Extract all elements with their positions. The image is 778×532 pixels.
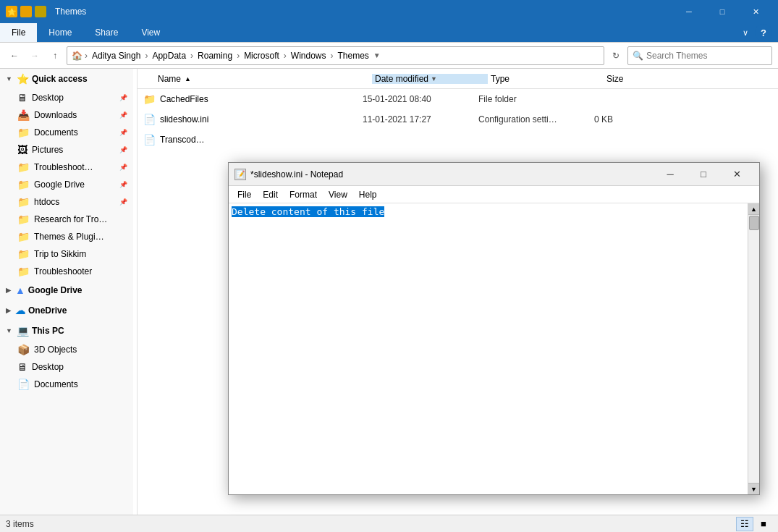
sidebar-item-troubleshoot[interactable]: 📁 Troubleshoot… 📌	[0, 159, 133, 176]
3dobjects-icon: 📦	[17, 344, 30, 355]
path-dropdown-icon[interactable]: ▼	[373, 51, 381, 59]
documents-icon: 📁	[17, 127, 30, 138]
pin-icon	[35, 6, 46, 17]
col-name-sort-icon: ▲	[185, 75, 191, 83]
notepad-menu-file[interactable]: File	[232, 188, 257, 201]
pin-icon-4: 📌	[119, 164, 127, 171]
col-header-name[interactable]: Name ▲	[155, 74, 372, 84]
path-roaming[interactable]: Roaming	[195, 50, 234, 62]
chevron-down-icon: ∨	[743, 28, 748, 38]
onedrive-header[interactable]: ▶ ☁ OneDrive	[0, 300, 133, 321]
path-sep-5: ›	[331, 51, 334, 61]
details-view-button[interactable]: ☷	[736, 517, 753, 531]
notepad-close-button[interactable]: ✕	[720, 163, 753, 186]
path-microsoft[interactable]: Microsoft	[242, 50, 282, 62]
notepad-window: 📝 *slideshow.ini - Notepad ─ □ ✕ File Ed…	[228, 162, 760, 495]
forward-button[interactable]: →	[26, 47, 43, 64]
google-drive-label: Google Drive	[28, 285, 83, 295]
large-icons-view-button[interactable]: ■	[755, 517, 772, 531]
notepad-menu-edit[interactable]: Edit	[257, 188, 284, 201]
notepad-scroll-down-button[interactable]: ▼	[748, 483, 760, 494]
quick-access-expand-icon: ▼	[6, 75, 12, 83]
file-row-2[interactable]: 📄 Transcod…	[138, 130, 778, 150]
notepad-scrollbar: ▲ ▼	[748, 203, 759, 494]
file-row-0[interactable]: 📁 CachedFiles 15-01-2021 08:40 File fold…	[138, 89, 778, 109]
sidebar-item-googledrive-pinned[interactable]: 📁 Google Drive 📌	[0, 176, 133, 193]
file-size-1: 0 KB	[594, 114, 667, 124]
search-box[interactable]: 🔍	[627, 46, 772, 65]
google-drive-header[interactable]: ▶ ▲ Google Drive	[0, 280, 133, 300]
col-header-type[interactable]: Type	[488, 74, 604, 84]
google-drive-expand-icon: ▶	[6, 287, 11, 294]
pin-icon-5: 📌	[119, 181, 127, 188]
notepad-restore-button[interactable]: □	[687, 163, 720, 186]
htdocs-label: htdocs	[34, 197, 115, 207]
path-appdata[interactable]: AppData	[150, 50, 188, 62]
sidebar-item-documents[interactable]: 📁 Documents 📌	[0, 124, 133, 141]
3dobjects-label: 3D Objects	[34, 345, 127, 355]
status-bar: 3 items ☷ ■	[0, 515, 778, 532]
sidebar-item-3dobjects[interactable]: 📦 3D Objects	[0, 341, 133, 358]
status-item-count: 3 items	[6, 519, 34, 529]
folder-icon-0: 📁	[143, 93, 156, 105]
notepad-scroll-thumb[interactable]	[749, 216, 759, 230]
troubleshooter-label: Troubleshooter	[34, 266, 127, 276]
notepad-title-bar: 📝 *slideshow.ini - Notepad ─ □ ✕	[229, 163, 759, 186]
sidebar-item-desktop-pc[interactable]: 🖥 Desktop	[0, 358, 133, 376]
file-row-1[interactable]: 📄 slideshow.ini 11-01-2021 17:27 Configu…	[138, 109, 778, 130]
file-date-0: 15-01-2021 08:40	[363, 94, 478, 104]
tab-home[interactable]: Home	[37, 23, 83, 42]
notepad-menu-format[interactable]: Format	[284, 188, 323, 201]
minimize-button[interactable]: ─	[672, 0, 706, 23]
tab-share[interactable]: Share	[83, 23, 130, 42]
this-pc-label: This PC	[32, 326, 64, 336]
path-sep-0: ›	[85, 51, 88, 61]
notepad-scroll-up-button[interactable]: ▲	[748, 203, 760, 215]
close-button[interactable]: ✕	[739, 0, 772, 23]
file-type-1: Configuration setti…	[478, 114, 594, 124]
path-themes[interactable]: Themes	[336, 50, 371, 62]
path-windows[interactable]: Windows	[289, 50, 329, 62]
notepad-menu-view[interactable]: View	[323, 188, 353, 201]
sidebar-item-pictures[interactable]: 🖼 Pictures 📌	[0, 141, 133, 159]
maximize-button[interactable]: □	[706, 0, 739, 23]
title-controls: ─ □ ✕	[672, 0, 772, 23]
tab-file[interactable]: File	[0, 23, 37, 42]
onedrive-section: ▶ ☁ OneDrive	[0, 300, 133, 321]
sidebar-item-downloads[interactable]: 📥 Downloads 📌	[0, 106, 133, 124]
onedrive-expand-icon: ▶	[6, 307, 11, 314]
search-input[interactable]	[646, 51, 767, 61]
sidebar-item-themes-plugins[interactable]: 📁 Themes & Plugi…	[0, 228, 133, 245]
sidebar-item-documents-pc[interactable]: 📄 Documents	[0, 376, 133, 393]
sidebar-item-research[interactable]: 📁 Research for Tro…	[0, 211, 133, 228]
back-button[interactable]: ←	[6, 47, 23, 64]
notepad-menu-help[interactable]: Help	[353, 188, 383, 201]
star-icon: ⭐	[17, 73, 29, 85]
sidebar-item-desktop[interactable]: 🖥 Desktop 📌	[0, 89, 133, 106]
onedrive-icon: ☁	[15, 305, 25, 316]
tab-view[interactable]: View	[130, 23, 172, 42]
notepad-content[interactable]: Delete content of this file	[229, 203, 748, 494]
path-sep-2: ›	[190, 51, 193, 61]
themes-plugins-label: Themes & Plugi…	[34, 232, 127, 242]
help-button[interactable]: ?	[755, 24, 772, 41]
downloads-icon: 📥	[17, 109, 30, 121]
sidebar-item-htdocs[interactable]: 📁 htdocs 📌	[0, 193, 133, 211]
address-path[interactable]: 🏠 › Aditya Singh › AppData › Roaming › M…	[67, 46, 604, 65]
quick-access-header[interactable]: ▼ ⭐ Quick access	[0, 69, 133, 89]
sidebar-scroll: ▼ ⭐ Quick access 🖥 Desktop 📌 📥 Downloads…	[0, 69, 133, 515]
ribbon-chevron-button[interactable]: ∨	[736, 25, 755, 41]
sidebar-item-troubleshooter[interactable]: 📁 Troubleshooter	[0, 263, 133, 280]
trip-icon: 📁	[17, 248, 30, 260]
pictures-label: Pictures	[32, 145, 115, 155]
troubleshooter-icon: 📁	[17, 266, 30, 277]
sidebar-item-trip[interactable]: 📁 Trip to Sikkim	[0, 245, 133, 263]
path-aditya[interactable]: Aditya Singh	[90, 50, 143, 62]
refresh-button[interactable]: ↻	[607, 47, 625, 64]
col-header-date[interactable]: Date modified ▼	[372, 74, 488, 84]
notepad-minimize-button[interactable]: ─	[654, 163, 687, 186]
up-button[interactable]: ↑	[46, 47, 64, 64]
desktop-pc-icon: 🖥	[17, 361, 28, 373]
col-header-size[interactable]: Size	[604, 74, 676, 84]
this-pc-header[interactable]: ▼ 💻 This PC	[0, 321, 133, 341]
